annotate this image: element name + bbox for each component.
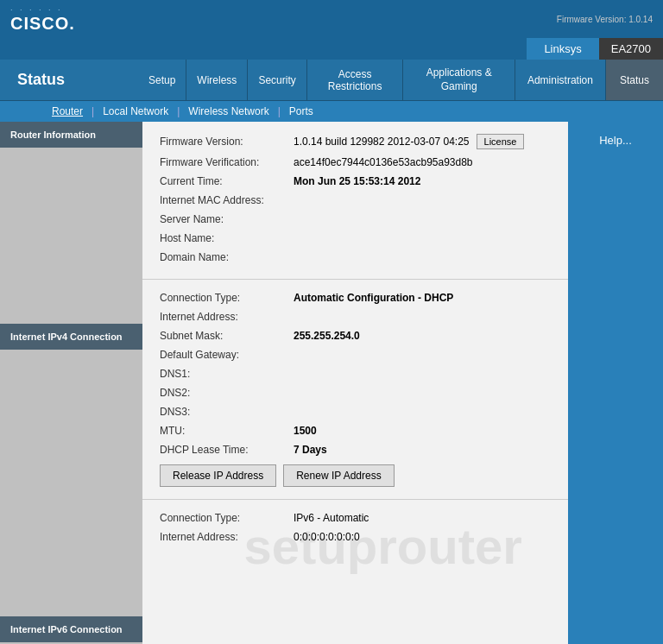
ipv6-internet-address-label: Internet Address:: [160, 531, 294, 543]
subnav-wireless-network[interactable]: Wireless Network: [188, 105, 268, 117]
dhcp-lease-label: DHCP Lease Time:: [160, 444, 294, 456]
internet-address-label: Internet Address:: [160, 311, 294, 323]
cisco-logo: · · · · · · CISCO.: [10, 5, 75, 33]
nav-item-setup[interactable]: Setup: [138, 60, 186, 100]
nav-item-wireless[interactable]: Wireless: [186, 60, 248, 100]
model-label: EA2700: [599, 38, 663, 60]
current-time-value: Mon Jun 25 15:53:14 2012: [294, 175, 420, 187]
dhcp-lease-value: 7 Days: [294, 444, 327, 456]
help-link[interactable]: Help...: [599, 134, 632, 147]
connection-type-value: Automatic Configuration - DHCP: [294, 292, 453, 304]
dns3-label: DNS3:: [160, 406, 294, 418]
current-time-label: Current Time:: [160, 175, 294, 187]
sidebar-ipv4: Internet IPv4 Connection: [0, 322, 142, 351]
dns1-label: DNS1:: [160, 368, 294, 380]
ipv6-connection-type-value: IPv6 - Automatic: [294, 512, 369, 524]
host-name-label: Host Name:: [160, 232, 294, 244]
firmware-version-label: Firmware Version: 1.0.14: [557, 15, 653, 24]
page-title: Status: [0, 60, 138, 100]
sidebar-router-info: Router Information: [0, 122, 142, 149]
domain-name-label: Domain Name:: [160, 251, 294, 263]
firmware-verification-label: Firmware Verification:: [160, 156, 294, 168]
subnet-mask-label: Subnet Mask:: [160, 330, 294, 342]
ipv6-internet-address-value: 0:0:0:0:0:0:0:0: [294, 531, 360, 543]
subnav-divider-3: |: [269, 105, 289, 117]
mtu-value: 1500: [294, 425, 317, 437]
nav-item-security[interactable]: Security: [248, 60, 306, 100]
license-button[interactable]: License: [477, 134, 525, 149]
internet-mac-label: Internet MAC Address:: [160, 194, 294, 206]
firmware-verification-value: ace14f0ec7944c0136e53acb95a93d8b: [294, 156, 473, 168]
subnav-local-network[interactable]: Local Network: [103, 105, 168, 117]
subnav-ports[interactable]: Ports: [289, 105, 313, 117]
subnet-mask-value: 255.255.254.0: [294, 330, 360, 342]
nav-item-administration[interactable]: Administration: [515, 60, 606, 100]
renew-ip-button[interactable]: Renew IP Address: [283, 464, 395, 487]
default-gateway-label: Default Gateway:: [160, 349, 294, 361]
subnav-divider-1: |: [83, 105, 103, 117]
firmware-version-value: 1.0.14 build 129982 2012-03-07 04:25: [294, 136, 470, 148]
connection-type-label: Connection Type:: [160, 292, 294, 304]
dns2-label: DNS2:: [160, 387, 294, 399]
linksys-label: Linksys: [527, 38, 598, 60]
mtu-label: MTU:: [160, 425, 294, 437]
nav-item-access-restrictions[interactable]: Access Restrictions: [307, 60, 404, 100]
sidebar-ipv6: Internet IPv6 Connection: [0, 615, 142, 644]
nav-item-applications-gaming[interactable]: Applications & Gaming: [403, 60, 515, 100]
release-ip-button[interactable]: Release IP Address: [160, 464, 276, 487]
nav-item-status[interactable]: Status: [606, 60, 663, 100]
ipv6-connection-type-label: Connection Type:: [160, 512, 294, 524]
server-name-label: Server Name:: [160, 213, 294, 225]
subnav-divider-2: |: [168, 105, 188, 117]
subnav-router[interactable]: Router: [52, 105, 83, 117]
firmware-version-field-label: Firmware Version:: [160, 136, 294, 148]
